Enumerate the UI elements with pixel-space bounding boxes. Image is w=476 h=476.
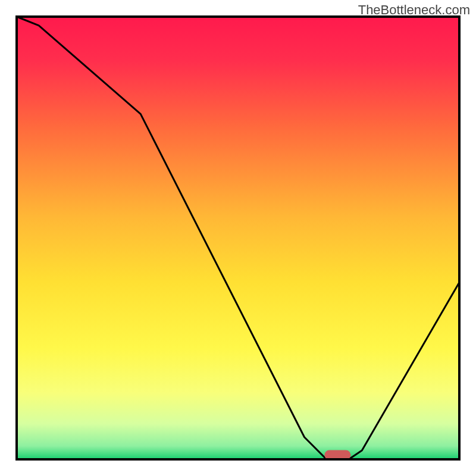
watermark: TheBottleneck.com <box>358 2 470 18</box>
plot-background <box>17 17 459 459</box>
chart-svg <box>0 0 476 476</box>
chart-container: TheBottleneck.com <box>0 0 476 476</box>
